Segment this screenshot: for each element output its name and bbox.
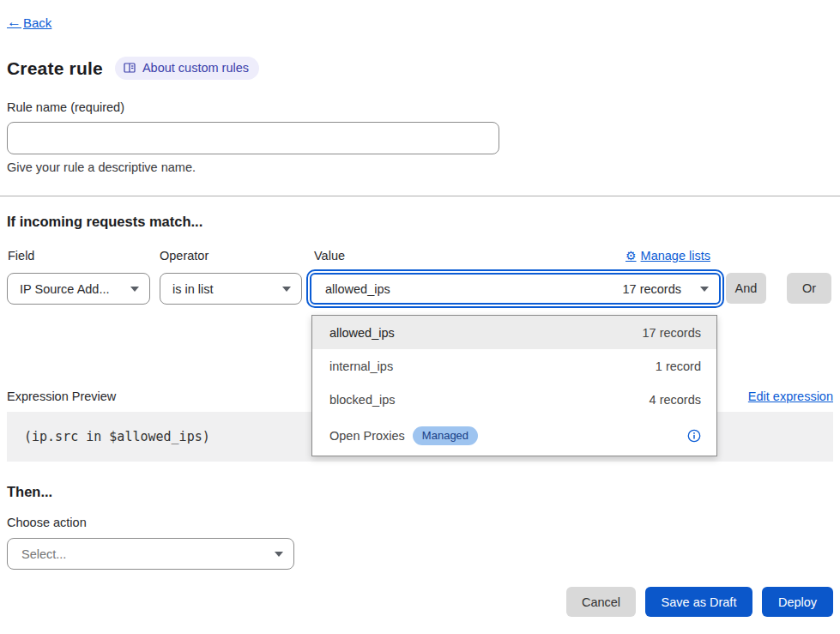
list-option-count: 4 records xyxy=(650,393,701,407)
field-select[interactable]: IP Source Add... xyxy=(7,273,150,305)
deploy-button[interactable]: Deploy xyxy=(762,587,833,617)
book-icon xyxy=(124,63,136,74)
or-button[interactable]: Or xyxy=(787,273,831,304)
operator-select[interactable]: is in list xyxy=(160,273,302,305)
list-option-count: 1 record xyxy=(656,359,701,373)
operator-label: Operator xyxy=(160,249,208,263)
about-badge-label: About custom rules xyxy=(142,61,249,75)
list-option-name: blocked_ips xyxy=(329,393,396,407)
expression-code: (ip.src in $allowed_ips) xyxy=(24,429,210,444)
info-icon[interactable] xyxy=(687,429,701,443)
chevron-down-icon xyxy=(282,287,291,292)
then-section-heading: Then... xyxy=(7,484,52,500)
value-select-focus-ring: allowed_ips 17 records xyxy=(306,269,724,308)
expression-preview-label: Expression Preview xyxy=(7,389,116,403)
back-link-label: Back xyxy=(23,15,51,30)
list-option-count: 17 records xyxy=(642,326,701,340)
action-select-placeholder: Select... xyxy=(21,547,66,561)
list-option-open-proxies[interactable]: Open Proxies Managed xyxy=(312,417,716,456)
title-row: Create rule About custom rules xyxy=(7,57,259,80)
choose-action-label: Choose action xyxy=(7,516,87,529)
section-divider xyxy=(0,196,840,196)
chevron-down-icon xyxy=(275,552,283,557)
cancel-button[interactable]: Cancel xyxy=(566,587,636,617)
manage-lists-link[interactable]: ⚙ Manage lists xyxy=(625,249,710,263)
back-link[interactable]: ← Back xyxy=(7,14,51,31)
manage-lists-label: Manage lists xyxy=(641,249,710,263)
rule-name-helper-text: Give your rule a descriptive name. xyxy=(7,160,196,174)
field-label: Field xyxy=(8,249,34,263)
rule-name-label: Rule name (required) xyxy=(7,100,124,114)
page-title: Create rule xyxy=(7,58,103,79)
save-as-draft-button[interactable]: Save as Draft xyxy=(645,587,752,617)
edit-expression-link[interactable]: Edit expression xyxy=(748,389,833,403)
list-option-name: internal_ips xyxy=(329,359,393,373)
list-dropdown-menu: allowed_ips 17 records internal_ips 1 re… xyxy=(311,315,717,456)
value-select-name: allowed_ips xyxy=(325,282,622,296)
chevron-down-icon xyxy=(700,287,709,292)
value-select-count: 17 records xyxy=(622,282,681,296)
action-select[interactable]: Select... xyxy=(7,538,294,570)
operator-select-value: is in list xyxy=(172,282,214,296)
and-button[interactable]: And xyxy=(726,273,766,304)
create-rule-page: ← Back Create rule About custom rules Ru… xyxy=(0,0,840,634)
match-section-heading: If incoming requests match... xyxy=(7,214,202,230)
value-label: Value xyxy=(314,249,345,263)
field-select-value: IP Source Add... xyxy=(20,282,110,296)
managed-badge: Managed xyxy=(413,426,478,445)
back-arrow-icon: ← xyxy=(7,14,21,31)
list-option-name: Open Proxies xyxy=(329,429,405,443)
chevron-down-icon xyxy=(130,287,139,292)
list-option-blocked-ips[interactable]: blocked_ips 4 records xyxy=(312,383,716,417)
list-option-name: allowed_ips xyxy=(329,326,395,340)
value-select[interactable]: allowed_ips 17 records xyxy=(310,273,721,305)
gear-icon: ⚙ xyxy=(625,250,637,262)
about-custom-rules-badge[interactable]: About custom rules xyxy=(115,57,259,80)
list-option-internal-ips[interactable]: internal_ips 1 record xyxy=(312,349,716,383)
list-option-allowed-ips[interactable]: allowed_ips 17 records xyxy=(312,316,716,349)
rule-name-input[interactable] xyxy=(7,122,499,154)
